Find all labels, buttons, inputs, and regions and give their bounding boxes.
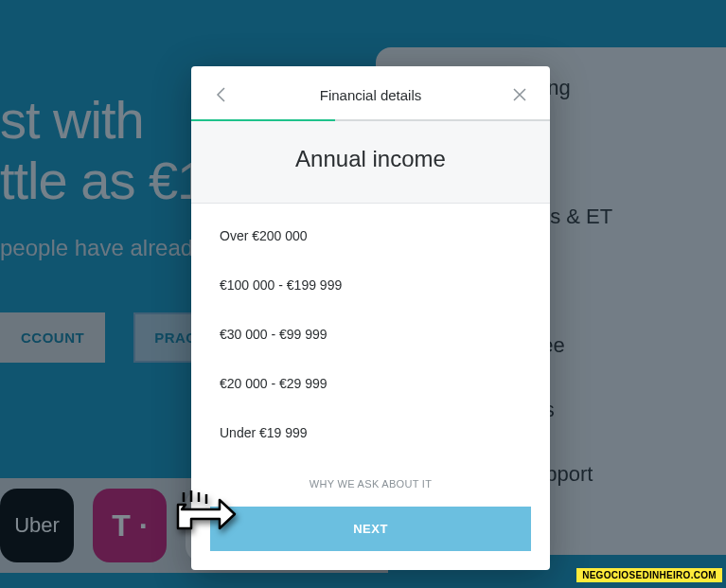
close-icon[interactable]: [508, 83, 531, 106]
income-option[interactable]: Under €19 999: [191, 408, 550, 457]
modal-subtitle: Annual income: [210, 146, 531, 172]
next-button[interactable]: NEXT: [210, 507, 531, 551]
income-options-list: Over €200 000 €100 000 - €199 999 €30 00…: [191, 204, 550, 465]
why-we-ask-link[interactable]: WHY WE ASK ABOUT IT: [191, 465, 550, 503]
watermark: NEGOCIOSEDINHEIRO.COM: [576, 568, 722, 582]
income-option[interactable]: Over €200 000: [191, 211, 550, 260]
income-option[interactable]: €30 000 - €99 999: [191, 310, 550, 359]
income-option[interactable]: €20 000 - €29 999: [191, 359, 550, 408]
modal-title: Financial details: [320, 87, 422, 103]
back-icon[interactable]: [210, 83, 233, 106]
financial-details-modal: Financial details Annual income Over €20…: [191, 66, 550, 570]
income-option[interactable]: €100 000 - €199 999: [191, 260, 550, 310]
